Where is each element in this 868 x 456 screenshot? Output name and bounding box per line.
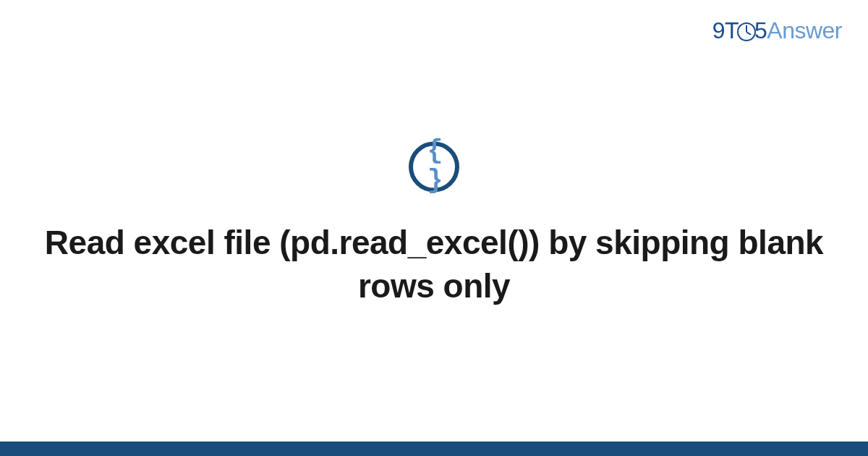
code-braces-icon: { } xyxy=(409,142,459,193)
logo-five: 5 xyxy=(754,17,767,43)
site-logo: 9T5Answer xyxy=(712,17,842,44)
bottom-accent-bar xyxy=(0,442,868,456)
logo-answer: Answer xyxy=(767,17,842,43)
clock-icon xyxy=(737,22,756,41)
logo-nine: 9 xyxy=(712,17,725,43)
page-title: Read excel file (pd.read_excel()) by ski… xyxy=(0,221,868,308)
braces-glyph: { } xyxy=(424,136,445,195)
center-content: { } Read excel file (pd.read_excel()) by… xyxy=(0,142,868,308)
